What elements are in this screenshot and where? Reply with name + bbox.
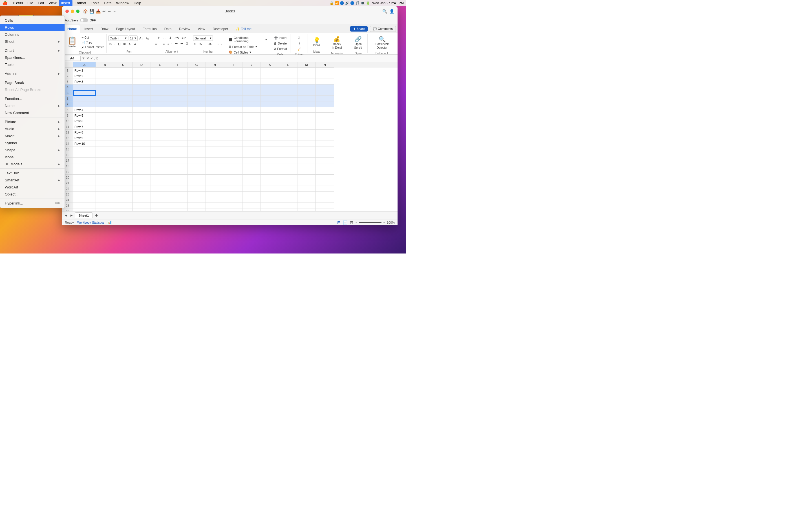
- list-item[interactable]: [224, 107, 243, 113]
- formula-function-icon[interactable]: ƒx: [94, 56, 98, 60]
- list-item[interactable]: [224, 175, 243, 180]
- open-sorcd-button[interactable]: 🔗 Open Sorc'd: [352, 36, 364, 50]
- list-item[interactable]: [169, 147, 188, 152]
- list-item[interactable]: [151, 209, 169, 211]
- list-item[interactable]: [73, 186, 96, 191]
- list-item[interactable]: [96, 107, 114, 113]
- list-item[interactable]: [206, 113, 224, 118]
- list-item[interactable]: [206, 163, 224, 169]
- list-item[interactable]: [206, 147, 224, 152]
- list-item[interactable]: [206, 175, 224, 180]
- list-item[interactable]: [279, 107, 297, 113]
- list-item[interactable]: [73, 147, 96, 152]
- list-item[interactable]: [133, 135, 151, 141]
- list-item[interactable]: [243, 135, 261, 141]
- list-item[interactable]: [279, 203, 297, 209]
- list-item[interactable]: [224, 101, 243, 107]
- list-item[interactable]: [114, 113, 133, 118]
- list-item[interactable]: [151, 129, 169, 135]
- format-painter-button[interactable]: 🖌 Format Painter: [80, 45, 105, 49]
- list-item[interactable]: [279, 113, 297, 118]
- list-item[interactable]: [114, 73, 133, 79]
- list-item[interactable]: [297, 113, 316, 118]
- list-item[interactable]: Row 6: [73, 118, 96, 124]
- list-item[interactable]: [114, 152, 133, 158]
- list-item[interactable]: [133, 107, 151, 113]
- tab-draw[interactable]: Draw: [97, 25, 112, 33]
- list-item[interactable]: [133, 186, 151, 191]
- list-item[interactable]: [206, 107, 224, 113]
- conditional-formatting-button[interactable]: ⬛ Conditional Formatting ▾: [227, 36, 268, 43]
- list-item[interactable]: [297, 141, 316, 147]
- list-item[interactable]: [188, 197, 206, 203]
- list-item[interactable]: [188, 96, 206, 101]
- list-item[interactable]: [224, 79, 243, 84]
- zoom-plus-button[interactable]: +: [383, 221, 385, 224]
- col-header-A[interactable]: A: [73, 62, 96, 68]
- list-item[interactable]: [133, 113, 151, 118]
- list-item[interactable]: [151, 68, 169, 73]
- col-header-D[interactable]: D: [133, 62, 151, 68]
- list-item[interactable]: [73, 84, 96, 90]
- list-item[interactable]: [243, 186, 261, 191]
- angle-text-button[interactable]: ↗A: [173, 36, 180, 40]
- list-item[interactable]: [316, 158, 334, 163]
- list-item[interactable]: [188, 191, 206, 197]
- money-button[interactable]: 💰 Money in Excel: [331, 36, 343, 50]
- menu-item-new-comment[interactable]: New Comment: [0, 109, 64, 116]
- menu-item-shape[interactable]: Shape▶: [0, 147, 64, 154]
- list-item[interactable]: [297, 191, 316, 197]
- list-item[interactable]: [169, 135, 188, 141]
- font-color-button[interactable]: A: [133, 42, 138, 47]
- list-item[interactable]: [73, 209, 96, 211]
- list-item[interactable]: [151, 191, 169, 197]
- cell-styles-button[interactable]: 🎨 Cell Styles ▾: [227, 50, 252, 55]
- list-item[interactable]: [169, 203, 188, 209]
- list-item[interactable]: [188, 79, 206, 84]
- tab-review[interactable]: Review: [175, 25, 194, 33]
- list-item[interactable]: [114, 124, 133, 129]
- list-item[interactable]: [279, 118, 297, 124]
- italic-button[interactable]: I: [113, 42, 116, 47]
- list-item[interactable]: [133, 73, 151, 79]
- list-item[interactable]: [224, 180, 243, 186]
- list-item[interactable]: [188, 68, 206, 73]
- account-icon[interactable]: 👤: [389, 9, 394, 13]
- list-item[interactable]: [297, 79, 316, 84]
- list-item[interactable]: [188, 186, 206, 191]
- list-item[interactable]: [261, 191, 279, 197]
- menu-item-rows[interactable]: Rows: [0, 24, 64, 31]
- list-item[interactable]: [188, 180, 206, 186]
- list-item[interactable]: [261, 152, 279, 158]
- list-item[interactable]: Row 1: [73, 68, 96, 73]
- list-item[interactable]: [169, 107, 188, 113]
- list-item[interactable]: [224, 158, 243, 163]
- list-item[interactable]: [206, 191, 224, 197]
- list-item[interactable]: [316, 118, 334, 124]
- list-item[interactable]: [96, 79, 114, 84]
- list-item[interactable]: Row 4: [73, 107, 96, 113]
- list-item[interactable]: [169, 191, 188, 197]
- align-center-button[interactable]: ≡: [162, 41, 166, 46]
- tab-data[interactable]: Data: [161, 25, 175, 33]
- list-item[interactable]: [133, 101, 151, 107]
- list-item[interactable]: [243, 113, 261, 118]
- col-header-H[interactable]: H: [206, 62, 224, 68]
- menu-item-picture[interactable]: Picture▶: [0, 118, 64, 125]
- list-item[interactable]: [114, 203, 133, 209]
- list-item[interactable]: [279, 68, 297, 73]
- list-item[interactable]: [224, 73, 243, 79]
- bold-button[interactable]: B: [108, 42, 113, 47]
- menu-item-smartart[interactable]: SmartArt▶: [0, 177, 64, 184]
- list-item[interactable]: [96, 203, 114, 209]
- list-item[interactable]: [261, 141, 279, 147]
- list-item[interactable]: [243, 169, 261, 175]
- decrease-font-button[interactable]: A↓: [145, 36, 151, 41]
- tab-page-layout[interactable]: Page Layout: [112, 25, 139, 33]
- list-item[interactable]: [243, 175, 261, 180]
- formula-input[interactable]: [99, 56, 396, 60]
- list-item[interactable]: Row 10: [73, 141, 96, 147]
- list-item[interactable]: Row 9: [73, 135, 96, 141]
- percent-button[interactable]: %: [198, 42, 203, 46]
- list-item[interactable]: [73, 175, 96, 180]
